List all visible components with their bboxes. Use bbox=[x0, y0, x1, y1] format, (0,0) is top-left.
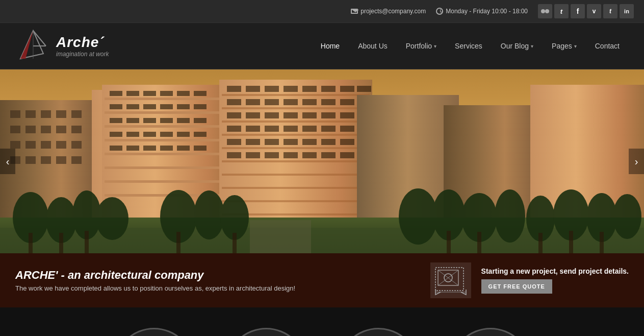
feature-item-building bbox=[450, 328, 531, 336]
svg-rect-81 bbox=[222, 187, 370, 189]
svg-rect-112 bbox=[302, 126, 317, 132]
svg-rect-33 bbox=[71, 156, 82, 164]
nav-about[interactable]: About Us bbox=[349, 37, 397, 55]
svg-rect-104 bbox=[302, 112, 317, 118]
feature-circle-structure bbox=[338, 328, 419, 336]
svg-rect-20 bbox=[25, 126, 36, 133]
svg-rect-19 bbox=[10, 126, 20, 133]
logo-icon bbox=[15, 28, 51, 64]
svg-rect-130 bbox=[340, 152, 354, 158]
svg-rect-159 bbox=[538, 233, 543, 253]
nav-portfolio[interactable]: Portfolio ▾ bbox=[397, 37, 446, 55]
svg-rect-38 bbox=[105, 139, 232, 141]
svg-rect-61 bbox=[110, 132, 122, 137]
svg-rect-158 bbox=[477, 232, 481, 253]
hero-scene: ‹ › bbox=[0, 69, 644, 253]
svg-rect-30 bbox=[25, 156, 36, 164]
hero-cta-area: Starting a new project, send project det… bbox=[481, 267, 629, 294]
flickr-icon[interactable] bbox=[538, 4, 552, 18]
nav-services[interactable]: Services bbox=[446, 37, 492, 55]
svg-rect-162 bbox=[250, 220, 311, 253]
svg-rect-54 bbox=[194, 104, 207, 109]
svg-rect-70 bbox=[160, 146, 173, 151]
hero-caption-right: Starting a new project, send project det… bbox=[430, 262, 629, 298]
svg-rect-120 bbox=[302, 139, 317, 145]
svg-rect-87 bbox=[284, 86, 298, 92]
svg-rect-23 bbox=[71, 126, 82, 133]
svg-rect-28 bbox=[71, 141, 82, 149]
svg-rect-125 bbox=[246, 152, 260, 158]
blog-dropdown-arrow: ▾ bbox=[531, 43, 533, 49]
feature-item-drafting bbox=[113, 328, 195, 336]
get-quote-button[interactable]: GET FREE QUOTE bbox=[481, 279, 552, 294]
hero-title: ARCHE' - an architectural company bbox=[15, 269, 430, 282]
svg-rect-103 bbox=[284, 112, 298, 118]
logo-tagline: imagination at work bbox=[56, 51, 109, 58]
email-info: projects@company.com bbox=[351, 8, 426, 15]
svg-rect-78 bbox=[222, 147, 370, 149]
svg-rect-22 bbox=[56, 126, 66, 133]
svg-rect-160 bbox=[569, 231, 573, 253]
svg-rect-49 bbox=[110, 104, 122, 109]
hero-subtitle: The work we have completed allows us to … bbox=[15, 284, 430, 292]
svg-rect-154 bbox=[85, 231, 89, 253]
vimeo-icon[interactable]: v bbox=[587, 4, 601, 18]
svg-rect-64 bbox=[160, 132, 173, 137]
blueprint-svg bbox=[433, 265, 469, 296]
nav-contact[interactable]: Contact bbox=[586, 37, 629, 55]
hero-prev-button[interactable]: ‹ bbox=[0, 149, 15, 174]
hero-next-icon: › bbox=[635, 156, 638, 167]
site-header: Arche´ imagination at work Home About Us… bbox=[0, 23, 644, 69]
portfolio-dropdown-arrow: ▾ bbox=[434, 43, 436, 49]
nav-blog[interactable]: Our Blog ▾ bbox=[492, 37, 543, 55]
svg-rect-76 bbox=[222, 121, 370, 123]
nav-home[interactable]: Home bbox=[312, 37, 349, 55]
logo-name: Arche´ bbox=[56, 34, 109, 51]
svg-marker-3 bbox=[20, 31, 33, 59]
svg-rect-100 bbox=[227, 112, 241, 118]
svg-rect-106 bbox=[340, 112, 354, 118]
svg-rect-46 bbox=[160, 91, 173, 96]
buildings-svg bbox=[0, 69, 644, 253]
svg-rect-157 bbox=[447, 231, 451, 253]
svg-point-0 bbox=[541, 9, 545, 13]
svg-rect-102 bbox=[265, 112, 279, 118]
svg-rect-27 bbox=[56, 141, 66, 149]
svg-rect-55 bbox=[110, 118, 122, 123]
svg-rect-116 bbox=[227, 139, 241, 145]
nav-pages[interactable]: Pages ▾ bbox=[543, 37, 586, 55]
svg-rect-90 bbox=[340, 86, 354, 92]
svg-rect-155 bbox=[176, 232, 181, 253]
svg-rect-17 bbox=[56, 110, 66, 118]
svg-rect-67 bbox=[110, 146, 122, 151]
hero-next-button[interactable]: › bbox=[629, 149, 644, 174]
hero-blueprint-icon bbox=[430, 262, 471, 298]
svg-rect-47 bbox=[177, 91, 190, 96]
svg-rect-52 bbox=[160, 104, 173, 109]
svg-rect-93 bbox=[246, 99, 260, 105]
svg-rect-68 bbox=[126, 146, 139, 151]
facebook-icon[interactable]: f bbox=[571, 4, 585, 18]
linkedin-icon[interactable]: in bbox=[620, 4, 634, 18]
svg-rect-75 bbox=[222, 107, 370, 109]
svg-rect-31 bbox=[41, 156, 51, 164]
pages-dropdown-arrow: ▾ bbox=[574, 43, 577, 49]
svg-rect-51 bbox=[143, 104, 156, 109]
feature-circle-building bbox=[450, 328, 531, 336]
svg-rect-105 bbox=[321, 112, 336, 118]
svg-rect-40 bbox=[105, 166, 232, 169]
svg-rect-127 bbox=[284, 152, 298, 158]
svg-rect-113 bbox=[321, 126, 336, 132]
svg-rect-95 bbox=[284, 99, 298, 105]
svg-rect-35 bbox=[105, 98, 232, 100]
svg-rect-88 bbox=[302, 86, 317, 92]
clock-icon bbox=[436, 8, 443, 15]
logo-text: Arche´ imagination at work bbox=[56, 34, 109, 58]
svg-rect-94 bbox=[265, 99, 279, 105]
svg-rect-72 bbox=[194, 146, 207, 151]
twitter-icon[interactable]: t bbox=[554, 4, 569, 18]
hero-prev-icon: ‹ bbox=[6, 156, 10, 167]
tumblr-icon[interactable]: t bbox=[603, 4, 617, 18]
logo[interactable]: Arche´ imagination at work bbox=[15, 28, 109, 64]
svg-rect-74 bbox=[222, 94, 370, 96]
